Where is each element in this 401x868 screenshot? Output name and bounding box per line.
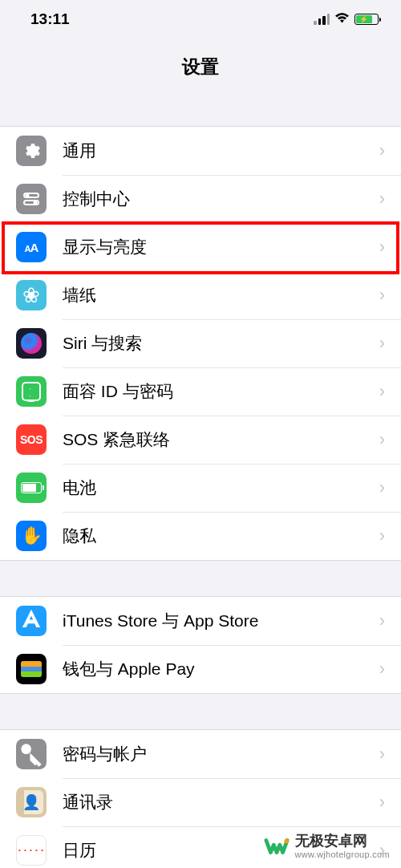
battery-setting-icon bbox=[16, 473, 47, 503]
row-label: 通用 bbox=[63, 140, 379, 162]
switches-icon bbox=[16, 184, 47, 214]
chevron-right-icon: › bbox=[379, 525, 385, 546]
calendar-icon: • • • • • bbox=[16, 835, 47, 866]
chevron-right-icon: › bbox=[379, 659, 385, 679]
watermark: 无极安卓网 www.wjhotelgroup.com bbox=[263, 833, 391, 860]
row-wallet[interactable]: 钱包与 Apple Pay › bbox=[0, 645, 401, 693]
svg-point-3 bbox=[34, 201, 37, 204]
row-contacts[interactable]: 👤 通讯录 › bbox=[0, 778, 401, 826]
chevron-right-icon: › bbox=[379, 610, 385, 631]
hand-icon: ✋ bbox=[16, 521, 47, 551]
chevron-right-icon: › bbox=[379, 140, 385, 161]
status-time: 13:11 bbox=[30, 10, 70, 28]
chevron-right-icon: › bbox=[379, 189, 385, 209]
gear-icon bbox=[16, 136, 47, 166]
wifi-icon bbox=[334, 11, 350, 27]
appstore-icon bbox=[16, 606, 47, 636]
key-icon bbox=[16, 739, 47, 769]
row-label: 控制中心 bbox=[63, 188, 379, 210]
row-label: 密码与帐户 bbox=[63, 743, 379, 765]
row-label: iTunes Store 与 App Store bbox=[63, 610, 379, 632]
chevron-right-icon: › bbox=[379, 237, 385, 258]
row-label: 显示与亮度 bbox=[63, 236, 379, 258]
chevron-right-icon: › bbox=[379, 381, 385, 402]
watermark-logo-icon bbox=[263, 833, 290, 860]
row-faceid[interactable]: 面容 ID 与密码 › bbox=[0, 367, 401, 416]
wallet-icon bbox=[16, 654, 47, 684]
row-general[interactable]: 通用 › bbox=[0, 127, 401, 175]
faceid-icon bbox=[16, 376, 47, 407]
battery-icon: ⚡ bbox=[354, 14, 379, 25]
contacts-icon: 👤 bbox=[16, 787, 47, 817]
row-label: Siri 与搜索 bbox=[63, 332, 379, 355]
row-itunes[interactable]: iTunes Store 与 App Store › bbox=[0, 597, 401, 645]
chevron-right-icon: › bbox=[379, 429, 385, 450]
page-title: 设置 bbox=[0, 39, 401, 91]
row-label: 电池 bbox=[63, 477, 379, 499]
flower-icon: ❀ bbox=[16, 280, 47, 310]
cellular-icon bbox=[314, 14, 330, 25]
row-label: 钱包与 Apple Pay bbox=[63, 658, 379, 680]
row-battery[interactable]: 电池 › bbox=[0, 464, 401, 512]
row-display[interactable]: AA 显示与亮度 › bbox=[0, 223, 401, 271]
siri-icon bbox=[16, 328, 47, 359]
chevron-right-icon: › bbox=[379, 792, 385, 813]
status-right: ⚡ bbox=[314, 11, 379, 27]
watermark-brand: 无极安卓网 bbox=[295, 834, 391, 850]
row-wallpaper[interactable]: ❀ 墙纸 › bbox=[0, 271, 401, 319]
svg-point-5 bbox=[284, 839, 289, 844]
row-label: 通讯录 bbox=[63, 791, 379, 813]
row-label: SOS 紧急联络 bbox=[63, 428, 379, 451]
chevron-right-icon: › bbox=[379, 333, 385, 354]
settings-list: 通用 › 控制中心 › AA 显示与亮度 › ❀ 墙纸 › Siri 与搜索 › bbox=[0, 91, 401, 868]
chevron-right-icon: › bbox=[379, 744, 385, 765]
row-sos[interactable]: SOS SOS 紧急联络 › bbox=[0, 416, 401, 464]
settings-group-1: 通用 › 控制中心 › AA 显示与亮度 › ❀ 墙纸 › Siri 与搜索 › bbox=[0, 126, 401, 561]
settings-group-2: iTunes Store 与 App Store › 钱包与 Apple Pay… bbox=[0, 596, 401, 694]
chevron-right-icon: › bbox=[379, 477, 385, 498]
sos-icon: SOS bbox=[16, 424, 47, 455]
chevron-right-icon: › bbox=[379, 285, 385, 306]
svg-point-4 bbox=[21, 744, 31, 754]
watermark-url: www.wjhotelgroup.com bbox=[295, 850, 391, 859]
row-label: 隐私 bbox=[63, 525, 379, 547]
svg-point-1 bbox=[26, 194, 29, 197]
row-control-center[interactable]: 控制中心 › bbox=[0, 175, 401, 223]
status-bar: 13:11 ⚡ bbox=[0, 0, 401, 39]
row-label: 面容 ID 与密码 bbox=[63, 380, 379, 403]
row-passwords[interactable]: 密码与帐户 › bbox=[0, 730, 401, 778]
row-label: 墙纸 bbox=[63, 284, 379, 306]
row-privacy[interactable]: ✋ 隐私 › bbox=[0, 512, 401, 560]
row-siri[interactable]: Siri 与搜索 › bbox=[0, 319, 401, 367]
text-size-icon: AA bbox=[16, 232, 47, 262]
